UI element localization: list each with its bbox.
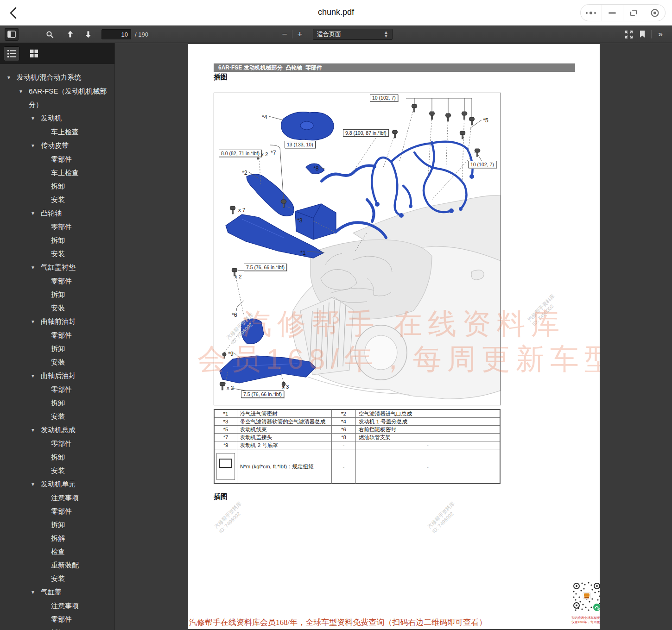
caret-down-icon[interactable]: ▼ xyxy=(31,260,41,274)
bookmark-button[interactable] xyxy=(635,28,649,41)
outline-item[interactable]: ▼发动机/混合动力系统 xyxy=(0,70,114,84)
outline-item[interactable]: ▼曲轴前油封 xyxy=(0,315,114,328)
zoom-in-button[interactable]: + xyxy=(294,29,305,39)
torque-spec-label: 9.8 (100, 87 in.*lbf) xyxy=(343,129,389,137)
outline-item[interactable]: 安装 xyxy=(0,193,114,206)
outline-item[interactable]: 安装 xyxy=(0,355,114,369)
next-page-button[interactable] xyxy=(81,28,95,41)
caret-down-icon[interactable]: ▼ xyxy=(19,84,29,111)
pdf-page: 6AR-FSE 发动机机械部分 凸轮轴 零部件 插图 xyxy=(188,44,600,629)
outline-item[interactable]: 拆卸 xyxy=(0,396,114,410)
restore-button[interactable] xyxy=(623,5,644,21)
outline-item[interactable]: 零部件 xyxy=(0,220,114,233)
outline-item[interactable]: 零部件 xyxy=(0,328,114,342)
qr-center-logo xyxy=(584,593,590,597)
caret-down-icon[interactable]: ▼ xyxy=(31,369,41,383)
part-callout-label: *7 xyxy=(271,150,276,156)
outline-item[interactable]: ▼曲轴后油封 xyxy=(0,369,114,383)
sidebar-toggle-button[interactable] xyxy=(5,28,19,41)
caret-down-icon[interactable]: ▼ xyxy=(6,70,17,84)
part-name-cell: 冷气进气管密封 xyxy=(237,410,332,417)
outline-item[interactable]: 拆卸 xyxy=(0,179,114,193)
outline-item[interactable]: 零部件 xyxy=(0,152,114,166)
outline-item[interactable]: 拆卸 xyxy=(0,342,114,355)
outline-item-label: 发动机单元 xyxy=(41,477,111,491)
outline-item[interactable]: 零部件 xyxy=(0,274,114,288)
toolbar-divider xyxy=(651,30,652,38)
legend-text-cell: N*m (kgf*cm, ft.*lbf)：规定扭矩 xyxy=(237,449,332,484)
illustration-label-2: 插图 xyxy=(214,492,228,501)
more-tools-button[interactable]: » xyxy=(653,28,667,41)
outline-item[interactable]: 安装 xyxy=(0,464,114,477)
outline-item-label: 拆卸 xyxy=(51,288,111,301)
caret-down-icon[interactable]: ▼ xyxy=(31,206,41,220)
more-button[interactable] xyxy=(581,5,602,21)
outline-item[interactable]: ▼传动皮带 xyxy=(0,139,114,152)
outline-item[interactable]: ▼气缸盖衬垫 xyxy=(0,260,114,274)
outline-item[interactable]: 拆解 xyxy=(0,626,114,630)
fastener-count-label: x 3 xyxy=(282,384,289,390)
membership-notice: 汽修帮手在线资料库会员168/年，全球车型资料免费查询（扫码右边二维码即可查看） xyxy=(189,617,487,628)
outline-item[interactable]: ▼气缸盖 xyxy=(0,585,114,599)
outline-item[interactable]: 拆卸 xyxy=(0,288,114,301)
previous-page-button[interactable] xyxy=(63,28,77,41)
caret-down-icon[interactable]: ▼ xyxy=(31,423,41,437)
section-header-bar: 6AR-FSE 发动机机械部分 凸轮轴 零部件 xyxy=(214,63,575,72)
more-dots-icon xyxy=(585,11,597,15)
part-callout-label: *1 xyxy=(300,250,306,256)
caret-down-icon[interactable]: ▼ xyxy=(31,585,41,599)
page-number-input[interactable] xyxy=(101,29,131,39)
outline-item-label: 气缸盖衬垫 xyxy=(41,260,111,274)
torque-spec-label: 7.5 (76, 66 in.*lbf) xyxy=(244,264,287,271)
outline-item[interactable]: 安装 xyxy=(0,572,114,585)
outline-item[interactable]: 拆卸 xyxy=(0,233,114,247)
outline-item[interactable]: 拆解 xyxy=(0,531,114,545)
record-button[interactable] xyxy=(644,5,665,21)
caret-down-icon[interactable]: ▼ xyxy=(31,111,41,125)
outline-item[interactable]: 拆卸 xyxy=(0,450,114,464)
caret-down-icon[interactable]: ▼ xyxy=(31,315,41,328)
outline-item[interactable]: 零部件 xyxy=(0,383,114,396)
outline-item-label: 曲轴前油封 xyxy=(41,315,111,328)
outline-item[interactable]: 安装 xyxy=(0,301,114,315)
zoom-out-button[interactable]: − xyxy=(279,29,290,39)
caret-down-icon[interactable]: ▼ xyxy=(31,477,41,491)
outline-item[interactable]: 车上检查 xyxy=(0,125,114,139)
outline-item[interactable]: 零部件 xyxy=(0,437,114,450)
outline-item[interactable]: ▼6AR-FSE（发动机机械部分） xyxy=(0,84,114,111)
outline-item[interactable]: ▼发动机总成 xyxy=(0,423,114,437)
part-callout-label: *9 xyxy=(228,351,234,357)
outline-item[interactable]: 拆卸 xyxy=(0,518,114,531)
outline-item-label: 曲轴后油封 xyxy=(41,369,111,383)
outline-item[interactable]: 重新装配 xyxy=(0,558,114,572)
arrow-down-icon xyxy=(85,31,92,38)
thumbnails-view-button[interactable] xyxy=(26,46,42,61)
zoom-mode-select[interactable]: 适合页面 ▲▼ xyxy=(313,29,393,40)
outline-item[interactable]: 注意事项 xyxy=(0,491,114,504)
fullscreen-button[interactable] xyxy=(621,28,635,41)
outline-item[interactable]: ▼发动机 xyxy=(0,111,114,125)
outline-item[interactable]: 零部件 xyxy=(0,504,114,518)
qr-caption-line-1: 扫码查询全球车型资料 xyxy=(571,616,600,619)
outline-item[interactable]: 注意事项 xyxy=(0,599,114,612)
outline-item[interactable]: 检查 xyxy=(0,545,114,558)
fastener-count-label: x 2 xyxy=(227,385,234,391)
pdf-viewport[interactable]: 6AR-FSE 发动机机械部分 凸轮轴 零部件 插图 xyxy=(115,43,672,630)
outline-item-label: 传动皮带 xyxy=(41,139,111,152)
outline-view-button[interactable] xyxy=(4,46,19,61)
search-button[interactable] xyxy=(43,28,57,41)
outline-item[interactable]: 零部件 xyxy=(0,612,114,626)
outline-item[interactable]: 安装 xyxy=(0,247,114,260)
caret-down-icon[interactable]: ▼ xyxy=(31,139,41,152)
outline-item[interactable]: 车上检查 xyxy=(0,166,114,179)
outline-item-label: 零部件 xyxy=(51,220,111,233)
minimize-button[interactable] xyxy=(602,5,623,21)
outline-item[interactable]: ▼发动机单元 xyxy=(0,477,114,491)
outline-item-label: 拆卸 xyxy=(51,396,111,410)
outline-item[interactable]: 安装 xyxy=(0,410,114,423)
outline-item-label: 安装 xyxy=(51,247,111,260)
outline-item[interactable]: ▼凸轮轴 xyxy=(0,206,114,220)
torque-spec-label: 10 (102, 7) xyxy=(468,161,496,168)
outline-item-label: 车上检查 xyxy=(51,166,111,179)
qr-code-block: 扫码查询全球车型资料 仅需168/年，每周更新 xyxy=(570,580,600,624)
